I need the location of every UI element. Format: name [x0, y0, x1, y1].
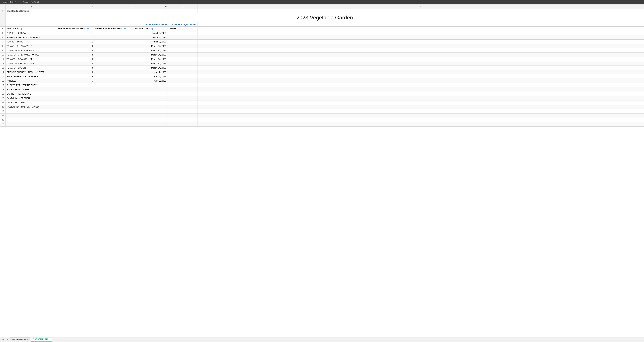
cell-weeks-first[interactable]: [94, 57, 134, 61]
tab-information-dropdown[interactable]: ▼: [26, 339, 28, 340]
col-header-a[interactable]: A: [6, 5, 57, 9]
header-planting-date[interactable]: Planting Date: [134, 27, 168, 31]
cell-f[interactable]: [198, 113, 644, 118]
cell-main-title[interactable]: 2023 Vegetable Garden: [6, 13, 644, 22]
cell-f[interactable]: [198, 44, 644, 48]
header-f[interactable]: [198, 27, 644, 31]
cell-weeks-first[interactable]: [94, 118, 134, 122]
cell-notes[interactable]: [168, 87, 198, 92]
cell-weeks-last[interactable]: 11: [57, 31, 94, 35]
cell-f[interactable]: [198, 74, 644, 79]
cell-weeks-first[interactable]: [94, 70, 134, 74]
website-link[interactable]: borealbloomhomestead.com/seed-starting-s…: [146, 23, 196, 26]
cell-plant-name[interactable]: PEPPER – SUGAR RUSH PEACH: [6, 35, 57, 40]
cell-3f[interactable]: [198, 22, 644, 27]
cell-f[interactable]: [198, 79, 644, 83]
cell-f[interactable]: [198, 100, 644, 105]
header-notes[interactable]: NOTES: [168, 27, 198, 31]
col-header-b[interactable]: B: [57, 5, 94, 9]
cell-planting-date[interactable]: March 24, 2023: [134, 44, 168, 48]
cell-weeks-first[interactable]: [94, 113, 134, 118]
header-weeks-last[interactable]: Weeks Before Last Frost: [57, 27, 94, 31]
cell-weeks-first[interactable]: [94, 105, 134, 109]
cell-notes[interactable]: [168, 31, 198, 35]
cell-notes[interactable]: [168, 92, 198, 96]
cell-notes[interactable]: [168, 66, 198, 70]
cell-notes[interactable]: [168, 35, 198, 40]
cell-weeks-last[interactable]: 8: [57, 48, 94, 53]
cell-f[interactable]: [198, 57, 644, 61]
cell-f[interactable]: [198, 109, 644, 113]
cell-notes[interactable]: [168, 113, 198, 118]
cell-weeks-last[interactable]: 8: [57, 44, 94, 48]
cell-f[interactable]: [198, 66, 644, 70]
cell-f[interactable]: [198, 122, 644, 126]
tab-garden-plan[interactable]: GARDEN PLAN ▼: [31, 337, 52, 341]
cell-notes[interactable]: [168, 44, 198, 48]
cell-planting-date[interactable]: [134, 109, 168, 113]
cell-planting-date[interactable]: April 7, 2023: [134, 70, 168, 74]
cell-notes[interactable]: [168, 40, 198, 44]
cell-plant-name[interactable]: [6, 113, 57, 118]
cell-weeks-last[interactable]: 8: [57, 53, 94, 57]
cell-f[interactable]: [198, 87, 644, 92]
cell-planting-date[interactable]: [134, 87, 168, 92]
cell-f[interactable]: [198, 35, 644, 40]
cell-notes[interactable]: [168, 100, 198, 105]
cell-weeks-first[interactable]: [94, 79, 134, 83]
cell-weeks-last[interactable]: [57, 83, 94, 87]
cell-weeks-first[interactable]: [94, 31, 134, 35]
cell-weeks-first[interactable]: [94, 40, 134, 44]
cell-f[interactable]: [198, 48, 644, 53]
cell-planting-date[interactable]: [134, 122, 168, 126]
add-sheet-button[interactable]: +: [1, 338, 5, 341]
cell-plant-name[interactable]: TOMATO – SPOON: [6, 66, 57, 70]
cell-3c[interactable]: [94, 22, 134, 27]
cell-weeks-last[interactable]: 8: [57, 61, 94, 66]
cell-weeks-last[interactable]: 6: [57, 74, 94, 79]
cell-planting-date[interactable]: March 24, 2023: [134, 53, 168, 57]
cell-3b[interactable]: [57, 22, 94, 27]
cell-weeks-first[interactable]: [94, 92, 134, 96]
cell-plant-name[interactable]: PEPPER– DATIL: [6, 40, 57, 44]
cell-weeks-last[interactable]: [57, 92, 94, 96]
cell-planting-date[interactable]: March 3, 2023: [134, 31, 168, 35]
cell-1b[interactable]: [57, 9, 94, 13]
cell-1d[interactable]: [134, 9, 168, 13]
col-header-f[interactable]: F: [198, 5, 644, 9]
cell-plant-name[interactable]: HUCKLEBERRY – BLACKBERRY: [6, 74, 57, 79]
cell-notes[interactable]: [168, 83, 198, 87]
filter-icon-b[interactable]: [87, 28, 89, 30]
cell-f[interactable]: [198, 31, 644, 35]
cell-planting-date[interactable]: [134, 100, 168, 105]
cell-planting-date[interactable]: [134, 118, 168, 122]
cell-plant-name[interactable]: TOMATO – BLACK BEAUTY: [6, 48, 57, 53]
cell-notes[interactable]: [168, 53, 198, 57]
cell-plant-name[interactable]: TOMATO – SART ROLOISE: [6, 61, 57, 66]
cell-weeks-last[interactable]: 11: [57, 35, 94, 40]
col-header-e[interactable]: E: [168, 5, 198, 9]
filter-icon-d[interactable]: [151, 28, 153, 30]
cell-weeks-first[interactable]: [94, 61, 134, 66]
cell-f[interactable]: [198, 105, 644, 109]
cell-plant-name[interactable]: [6, 109, 57, 113]
cell-weeks-first[interactable]: [94, 74, 134, 79]
cell-plant-name[interactable]: TOMATO – CHEROKEE PURPLE: [6, 53, 57, 57]
tab-garden-plan-dropdown[interactable]: ▼: [48, 338, 50, 340]
header-plant-name[interactable]: Plant Name: [6, 27, 57, 31]
cell-weeks-first[interactable]: [94, 100, 134, 105]
cell-planting-date[interactable]: March 3, 2023: [134, 35, 168, 40]
cell-weeks-first[interactable]: [94, 87, 134, 92]
cell-weeks-last[interactable]: [57, 118, 94, 122]
cell-planting-date[interactable]: [134, 96, 168, 100]
cell-link[interactable]: borealbloomhomestead.com/seed-starting-s…: [134, 22, 198, 27]
cell-plant-name[interactable]: [6, 118, 57, 122]
cell-planting-date[interactable]: March 24, 2023: [134, 66, 168, 70]
cell-notes[interactable]: [168, 57, 198, 61]
cell-planting-date[interactable]: March 24, 2023: [134, 57, 168, 61]
cell-weeks-first[interactable]: [94, 122, 134, 126]
cell-weeks-first[interactable]: [94, 66, 134, 70]
cell-notes[interactable]: [168, 61, 198, 66]
cell-plant-name[interactable]: DANDILION – FRENCH: [6, 96, 57, 100]
cell-plant-name[interactable]: RADICCHIO – CASTELFRANCO: [6, 105, 57, 109]
